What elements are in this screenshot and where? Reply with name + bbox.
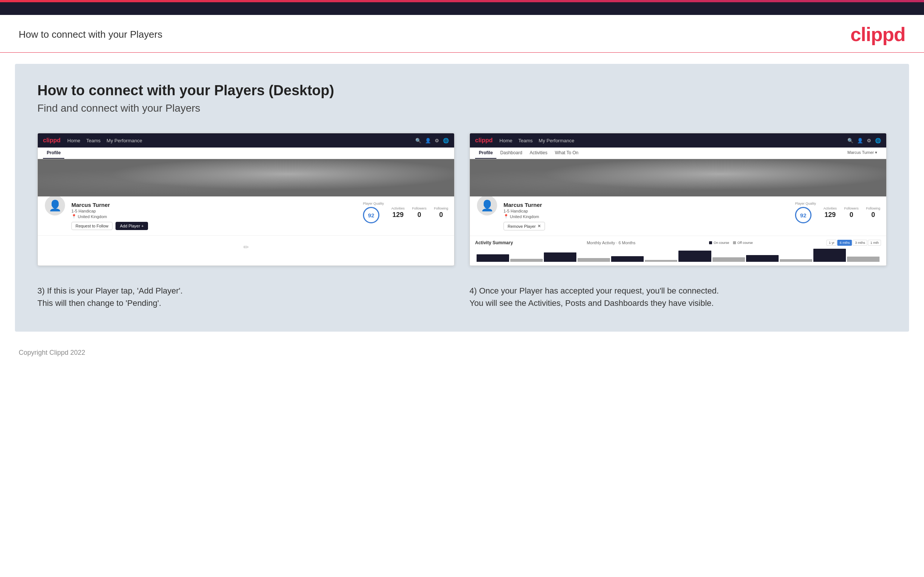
remove-player-button[interactable]: Remove Player ✕ [504, 222, 545, 230]
activity-period-label: Monthly Activity · 6 Months [587, 240, 635, 245]
right-nav-links: Home Teams My Performance [499, 138, 574, 143]
right-nav-home[interactable]: Home [499, 138, 512, 143]
scroll-icon: ✏ [243, 243, 249, 251]
right-tab-whattoon[interactable]: What To On [551, 148, 582, 159]
copyright-text: Copyright Clippd 2022 [19, 349, 85, 356]
right-quality-label: Player Quality [795, 201, 816, 205]
right-tab-profile[interactable]: Profile [475, 148, 496, 159]
period-btn-6mths[interactable]: 6 mths [837, 240, 852, 246]
period-btn-3mths[interactable]: 3 mths [853, 240, 867, 246]
right-stats-row: Player Quality 92 Activities 129 Followe… [795, 201, 880, 223]
left-stat-following: Following 0 [434, 206, 448, 219]
left-profile-buttons: Request to Follow Add Player + [71, 222, 358, 230]
left-user-icon[interactable]: 👤 [425, 138, 431, 143]
left-nav-teams[interactable]: Teams [86, 138, 100, 143]
right-search-icon[interactable]: 🔍 [847, 138, 853, 143]
right-stat-followers: Followers 0 [844, 206, 859, 219]
add-player-button[interactable]: Add Player + [115, 222, 148, 230]
left-stat-activities-value: 129 [391, 211, 405, 219]
right-tab-activities[interactable]: Activities [526, 148, 551, 159]
right-stat-following-value: 0 [866, 211, 880, 219]
legend-off-course-dot [733, 241, 736, 244]
caption-right: 4) Once your Player has accepted your re… [470, 285, 887, 309]
left-location-text: United Kingdom [78, 214, 107, 219]
right-stat-followers-value: 0 [844, 211, 859, 219]
main-title: How to connect with your Players (Deskto… [37, 82, 887, 98]
legend-on-course-label: On course [714, 241, 729, 245]
right-nav-teams[interactable]: Teams [519, 138, 533, 143]
request-to-follow-button[interactable]: Request to Follow [71, 222, 113, 230]
activity-summary-header: Activity Summary Monthly Activity · 6 Mo… [475, 240, 881, 246]
left-app-logo: clippd [43, 137, 61, 144]
left-profile-hero [38, 159, 454, 197]
left-tab-profile[interactable]: Profile [43, 148, 64, 159]
left-location-pin-icon: 📍 [71, 214, 77, 219]
activity-legend: On course Off course [709, 241, 753, 245]
left-scroll-indicator: ✏ [38, 235, 454, 259]
caption-left-text: 3) If this is your Player tap, 'Add Play… [37, 285, 454, 309]
right-location-pin-icon: 📍 [504, 214, 509, 219]
right-user-icon[interactable]: 👤 [857, 138, 863, 143]
chart-bar-9 [746, 255, 779, 262]
screenshot-left: clippd Home Teams My Performance 🔍 👤 ⚙ 🌐… [37, 133, 454, 266]
captions-row: 3) If this is your Player tap, 'Add Play… [37, 285, 887, 309]
left-profile-info: 👤 Marcus Turner 1-5 Handicap 📍 United Ki… [38, 197, 454, 235]
left-nav-home[interactable]: Home [67, 138, 80, 143]
right-avatar-icon: 👤 [481, 200, 494, 212]
right-stat-following-label: Following [866, 206, 880, 210]
right-profile-avatar: 👤 [476, 194, 498, 217]
right-quality-block: Player Quality 92 [795, 201, 816, 223]
left-settings-icon[interactable]: ⚙ [435, 138, 439, 143]
right-nav-icons: 🔍 👤 ⚙ 🌐 [847, 138, 881, 143]
right-settings-icon[interactable]: ⚙ [867, 138, 871, 143]
right-app-navbar: clippd Home Teams My Performance 🔍 👤 ⚙ 🌐 [470, 133, 886, 148]
left-nav-links: Home Teams My Performance [67, 138, 142, 143]
right-stat-following: Following 0 [866, 206, 880, 219]
left-globe-icon[interactable]: 🌐 [443, 138, 449, 143]
caption-left: 3) If this is your Player tap, 'Add Play… [37, 285, 454, 309]
right-stat-activities: Activities 129 [824, 206, 837, 219]
right-stat-activities-value: 129 [824, 211, 837, 219]
page-header-title: How to connect with your Players [19, 29, 162, 40]
remove-player-label: Remove Player [507, 224, 536, 229]
left-profile-details: Marcus Turner 1-5 Handicap 📍 United King… [71, 201, 358, 230]
period-btn-1yr[interactable]: 1 yr [826, 240, 837, 246]
right-profile-info: 👤 Marcus Turner 1-5 Handicap 📍 United Ki… [470, 197, 886, 236]
left-quality-label: Player Quality [363, 201, 384, 205]
right-profile-location: 📍 United Kingdom [504, 214, 790, 219]
legend-off-course: Off course [733, 241, 753, 245]
left-stat-activities-label: Activities [391, 206, 405, 210]
left-stat-following-value: 0 [434, 211, 448, 219]
left-search-icon[interactable]: 🔍 [415, 138, 421, 143]
right-globe-icon[interactable]: 🌐 [875, 138, 881, 143]
page-header: How to connect with your Players clippd [0, 15, 924, 53]
right-profile-details: Marcus Turner 1-5 Handicap 📍 United King… [504, 201, 790, 230]
chart-bar-11 [813, 249, 846, 262]
left-nav-myperformance[interactable]: My Performance [107, 138, 142, 143]
left-stat-followers: Followers 0 [412, 206, 426, 219]
legend-on-course-dot [709, 241, 712, 244]
left-stats-row: Player Quality 92 Activities 129 Followe… [363, 201, 448, 223]
chart-bar-4 [577, 258, 610, 262]
right-tab-dashboard[interactable]: Dashboard [496, 148, 526, 159]
left-app-navbar: clippd Home Teams My Performance 🔍 👤 ⚙ 🌐 [38, 133, 454, 148]
screenshots-row: clippd Home Teams My Performance 🔍 👤 ⚙ 🌐… [37, 133, 887, 266]
right-profile-handicap: 1-5 Handicap [504, 209, 790, 213]
chart-bar-8 [712, 257, 745, 262]
right-stat-followers-label: Followers [844, 206, 859, 210]
right-nav-myperformance[interactable]: My Performance [539, 138, 574, 143]
right-profile-buttons: Remove Player ✕ [504, 222, 790, 230]
activity-summary-title: Activity Summary [475, 240, 513, 245]
right-profile-hero [470, 159, 886, 197]
page-footer: Copyright Clippd 2022 [0, 343, 924, 363]
right-profile-name: Marcus Turner [504, 201, 790, 208]
left-quality-circle: 92 [363, 207, 380, 223]
right-player-dropdown[interactable]: Marcus Turner ▾ [844, 148, 881, 159]
left-stat-following-label: Following [434, 206, 448, 210]
remove-player-x-icon: ✕ [538, 224, 541, 229]
left-hero-bg [38, 159, 454, 197]
chart-bar-6 [645, 260, 677, 262]
chart-bar-2 [510, 259, 543, 262]
period-btn-1mth[interactable]: 1 mth [868, 240, 881, 246]
left-profile-handicap: 1-5 Handicap [71, 209, 358, 213]
